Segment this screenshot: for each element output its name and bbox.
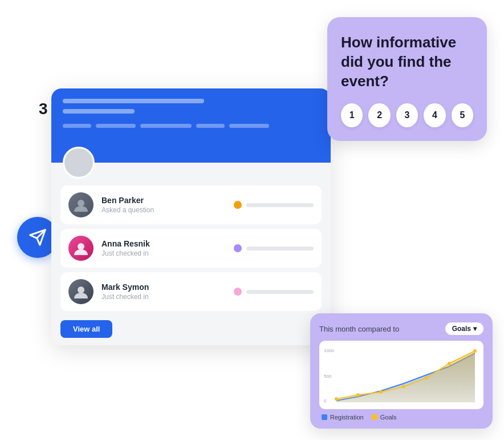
action-bar	[246, 290, 314, 294]
svg-text:0: 0	[324, 398, 327, 403]
contact-name: Mark Symon	[101, 282, 226, 292]
goals-label: Goals	[380, 414, 397, 421]
contact-status: Just checked in	[101, 249, 226, 257]
svg-text:1000: 1000	[324, 348, 334, 353]
goals-color	[372, 414, 377, 420]
contact-row[interactable]: Mark Symon Just checked in	[60, 272, 322, 311]
legend-registration: Registration	[322, 414, 364, 421]
action-bar	[246, 247, 314, 251]
rating-2-button[interactable]: 2	[368, 103, 390, 127]
contact-row[interactable]: Anna Resnik Just checked in	[60, 229, 322, 268]
avatar	[68, 192, 94, 217]
svg-point-0	[78, 200, 84, 207]
chart-title: This month compared to	[319, 325, 399, 333]
chart-card: This month compared to Goals ▾ 1000 500 …	[310, 313, 493, 429]
contact-action	[234, 201, 314, 209]
app-header	[51, 88, 331, 163]
svg-point-9	[402, 385, 405, 388]
contact-status: Just checked in	[101, 293, 226, 301]
app-window: Ben Parker Asked a question Anna Resnik …	[51, 88, 331, 345]
svg-point-8	[379, 390, 383, 394]
contact-info: Ben Parker Asked a question	[101, 196, 226, 214]
contact-row[interactable]: Ben Parker Asked a question	[60, 185, 322, 224]
header-bars-row	[63, 124, 319, 128]
contact-action	[234, 288, 314, 296]
action-dot	[234, 201, 242, 209]
svg-point-12	[473, 349, 477, 353]
header-tag-1	[63, 124, 91, 128]
contacts-list: Ben Parker Asked a question Anna Resnik …	[51, 163, 331, 320]
action-dot	[234, 244, 242, 252]
action-bar	[246, 203, 314, 207]
rating-4-button[interactable]: 4	[424, 103, 445, 127]
avatar-silhouette	[73, 284, 89, 300]
avatar	[68, 279, 94, 304]
goals-dropdown-button[interactable]: Goals ▾	[445, 322, 483, 335]
contact-info: Anna Resnik Just checked in	[101, 239, 226, 257]
header-tag-2	[96, 124, 136, 128]
avatar	[68, 236, 94, 261]
svg-point-1	[78, 243, 84, 250]
rating-5-button[interactable]: 5	[452, 103, 473, 127]
rating-1-button[interactable]: 1	[341, 103, 363, 127]
legend-goals: Goals	[372, 414, 397, 421]
header-tag-5	[229, 124, 269, 128]
view-all-button[interactable]: View all	[60, 320, 112, 338]
chart-svg: 1000 500 0	[324, 346, 488, 403]
contact-action	[234, 244, 314, 252]
svg-point-11	[448, 362, 451, 365]
rating-3-button[interactable]: 3	[396, 103, 418, 127]
contact-status: Asked a question	[101, 206, 226, 214]
profile-avatar	[63, 147, 95, 179]
header-tag-4	[196, 124, 225, 128]
chevron-down-icon: ▾	[473, 325, 477, 333]
contact-name: Ben Parker	[101, 196, 226, 205]
app-footer: View all	[51, 320, 331, 345]
survey-question: How informative did you find the event?	[341, 33, 473, 91]
survey-card: How informative did you find the event? …	[327, 17, 487, 141]
header-bar-2	[63, 109, 135, 114]
header-tag-3	[140, 124, 192, 128]
svg-point-2	[78, 286, 84, 293]
registration-label: Registration	[330, 414, 364, 421]
action-dot	[234, 288, 242, 296]
send-icon	[29, 228, 47, 247]
svg-point-10	[425, 376, 428, 380]
registration-color	[322, 414, 327, 420]
contact-name: Anna Resnik	[101, 239, 226, 248]
avatar-silhouette	[73, 197, 89, 213]
brand-logo: 3	[39, 100, 48, 118]
chart-area: 1000 500 0	[319, 341, 483, 409]
rating-row: 1 2 3 4 5	[341, 103, 473, 127]
svg-point-6	[335, 397, 338, 401]
contact-info: Mark Symon Just checked in	[101, 282, 226, 301]
header-bar-1	[63, 99, 204, 103]
svg-text:500: 500	[324, 374, 332, 379]
goals-label: Goals	[452, 325, 471, 333]
chart-legend: Registration Goals	[319, 414, 483, 421]
avatar-silhouette	[73, 240, 89, 256]
svg-point-7	[356, 393, 360, 397]
chart-header: This month compared to Goals ▾	[319, 322, 483, 335]
